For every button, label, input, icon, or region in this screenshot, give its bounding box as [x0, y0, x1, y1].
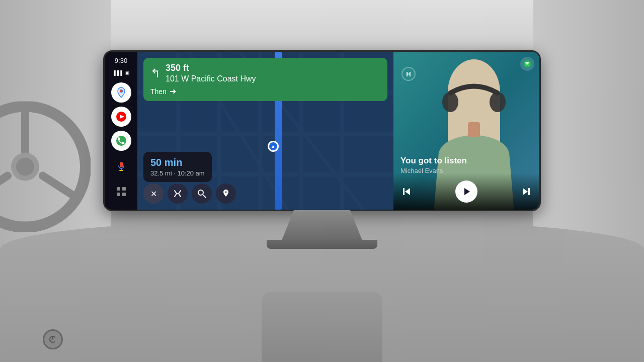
- screen-stand: [282, 210, 362, 240]
- center-console: [262, 292, 382, 362]
- steering-wheel: [0, 102, 91, 234]
- power-button[interactable]: [43, 329, 63, 349]
- music-overlay: You got to listen Michael Evans: [393, 149, 539, 210]
- album-badge: H: [401, 67, 416, 81]
- svg-rect-15: [122, 187, 126, 191]
- music-controls: [400, 180, 532, 203]
- svg-marker-42: [523, 188, 528, 195]
- nav-street: 101 W Pacific Coast Hwy: [166, 74, 256, 83]
- play-pause-button[interactable]: [455, 180, 477, 203]
- routes-button[interactable]: [168, 184, 188, 204]
- nav-then: Then ➜: [150, 86, 380, 96]
- svg-rect-17: [122, 193, 126, 196]
- screen-stand-base: [267, 240, 377, 249]
- eta-card: 50 min 32.5 mi · 10:20 am: [143, 152, 212, 182]
- svg-rect-40: [403, 188, 405, 195]
- svg-line-2: [0, 176, 8, 197]
- svg-point-30: [198, 190, 203, 195]
- search-map-button[interactable]: [192, 184, 212, 204]
- sidebar: 9:30 ▐▐▐ ▣: [105, 52, 137, 210]
- svg-rect-43: [528, 188, 530, 195]
- pin-button[interactable]: [216, 184, 236, 204]
- signal-bars-icon: ▐▐▐: [112, 70, 122, 75]
- svg-rect-14: [117, 187, 120, 191]
- nav-arrow-icon: ▲: [271, 144, 275, 149]
- map-controls: ✕: [143, 184, 236, 204]
- spotify-icon: [520, 57, 534, 71]
- eta-details: 32.5 mi · 10:20 am: [150, 169, 205, 177]
- wifi-icon: ▣: [125, 70, 130, 75]
- car-interior: 9:30 ▐▐▐ ▣: [0, 0, 644, 362]
- next-track-button[interactable]: [520, 186, 532, 198]
- screen-mount: 9:30 ▐▐▐ ▣: [103, 50, 541, 249]
- sidebar-item-phone[interactable]: [111, 131, 131, 151]
- sidebar-item-grid[interactable]: [111, 182, 131, 202]
- previous-track-button[interactable]: [400, 186, 413, 198]
- music-section: H You got to listen Michael Evans: [393, 52, 539, 210]
- nav-distance: 350 ft: [166, 63, 256, 73]
- sidebar-item-voice[interactable]: [111, 157, 131, 177]
- svg-point-11: [116, 136, 126, 146]
- android-auto-screen: 9:30 ▐▐▐ ▣: [103, 50, 541, 211]
- svg-marker-39: [405, 188, 410, 195]
- svg-marker-41: [464, 188, 470, 195]
- sidebar-item-maps[interactable]: [111, 82, 131, 103]
- svg-point-8: [120, 90, 122, 93]
- eta-time: 50 min: [150, 157, 205, 168]
- svg-point-5: [16, 158, 34, 176]
- svg-line-31: [203, 195, 206, 198]
- svg-line-3: [43, 176, 75, 197]
- music-artist: Michael Evans: [400, 167, 532, 174]
- turn-left-icon: ↰: [150, 66, 160, 80]
- status-time: 9:30: [115, 57, 127, 64]
- sidebar-item-music[interactable]: [111, 107, 131, 127]
- nav-position-dot: ▲: [268, 141, 279, 152]
- navigation-card: ↰ 350 ft 101 W Pacific Coast Hwy Then ➜: [143, 58, 387, 101]
- status-icons: ▐▐▐ ▣: [112, 70, 129, 75]
- svg-rect-16: [117, 193, 120, 196]
- then-label: Then: [150, 87, 167, 96]
- music-title: You got to listen: [400, 156, 532, 166]
- svg-rect-35: [468, 122, 480, 137]
- map-section: ↰ 350 ft 101 W Pacific Coast Hwy Then ➜ …: [137, 52, 393, 210]
- then-turn-icon: ➜: [170, 86, 176, 96]
- close-route-button[interactable]: ✕: [143, 184, 164, 204]
